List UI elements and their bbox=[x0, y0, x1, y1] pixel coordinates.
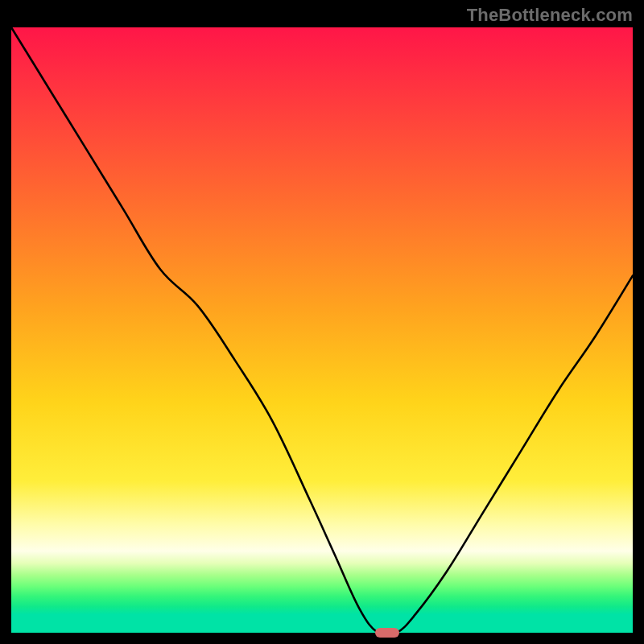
bottleneck-curve bbox=[11, 27, 633, 633]
chart-frame: TheBottleneck.com bbox=[0, 0, 644, 644]
optimal-marker bbox=[375, 628, 399, 638]
watermark-text: TheBottleneck.com bbox=[467, 5, 633, 26]
